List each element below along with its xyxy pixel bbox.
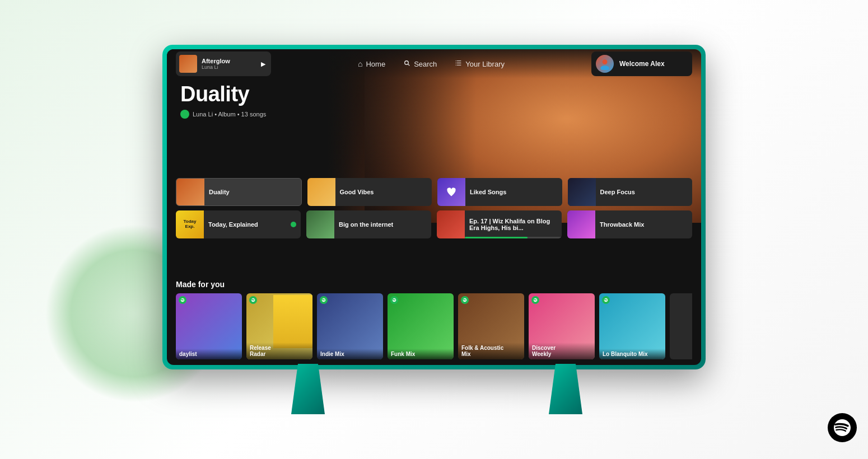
card-label-funk: Funk Mix xyxy=(388,349,454,359)
quick-label-goodvibes: Good Vibes xyxy=(340,189,428,195)
quick-label-duality: Duality xyxy=(209,189,297,195)
quick-thumb-duality xyxy=(176,178,204,206)
nav-center: ⌂ Home Search xyxy=(271,59,591,68)
quick-item-likedsongs[interactable]: Liked Songs xyxy=(437,178,562,206)
user-avatar xyxy=(596,55,614,73)
hero-text-area: Duality Luna Li • Album • 13 songs xyxy=(180,83,266,119)
quick-thumb-throwback xyxy=(567,210,595,238)
quick-item-wiz[interactable]: Ep. 17 | Wiz Khalifa on Blog Era Highs, … xyxy=(437,210,562,238)
quick-item-duality[interactable]: Duality xyxy=(176,178,302,206)
quick-row-1: Duality Good Vibes Liked Songs xyxy=(176,178,692,206)
quick-item-explained[interactable]: TodayExp. Today, Explained xyxy=(176,210,301,238)
svg-point-2 xyxy=(183,112,187,116)
spotify-logo xyxy=(828,413,857,442)
tv-stand-left xyxy=(291,364,325,414)
hero-album-title: Duality xyxy=(180,83,266,106)
svg-point-0 xyxy=(603,59,608,64)
tv-bezel: Afterglow Luna Li ▶ ⌂ Home xyxy=(162,45,706,369)
quick-thumb-wiz xyxy=(437,210,465,238)
episode-progress-bar xyxy=(465,237,562,238)
card-loblanquito[interactable]: Lo Blanquito Mix xyxy=(599,293,665,359)
made-for-you-section: Made for you daylist xyxy=(167,280,701,365)
quick-thumb-likedsongs xyxy=(437,178,465,206)
hero-meta: Luna Li • Album • 13 songs xyxy=(180,110,266,119)
quick-access-grid: Duality Good Vibes Liked Songs xyxy=(176,178,692,243)
card-funk[interactable]: Funk Mix xyxy=(388,293,454,359)
quick-label-throwback: Throwback Mix xyxy=(600,221,688,228)
spotify-dot-indie xyxy=(320,296,328,304)
spotify-dot-folk xyxy=(461,296,469,304)
card-label-release: ReleaseRadar xyxy=(246,343,312,359)
spotify-dot-daylist xyxy=(179,296,186,304)
library-icon xyxy=(455,59,462,68)
nav-right: Welcome Alex xyxy=(591,51,692,76)
nav-library[interactable]: Your Library xyxy=(455,59,505,68)
now-playing-widget[interactable]: Afterglow Luna Li ▶ xyxy=(176,51,271,76)
nav-library-label: Your Library xyxy=(465,60,505,68)
nav-home[interactable]: ⌂ Home xyxy=(358,59,385,68)
quick-thumb-goodvibes xyxy=(307,178,335,206)
quick-label-wiz: Ep. 17 | Wiz Khalifa on Blog Era Highs, … xyxy=(469,218,557,231)
card-more[interactable]: N xyxy=(670,293,692,359)
quick-item-throwback[interactable]: Throwback Mix xyxy=(567,210,692,238)
card-daylist[interactable]: daylist xyxy=(176,293,242,359)
nav-home-label: Home xyxy=(366,60,385,68)
quick-thumb-deepfocus xyxy=(568,178,596,206)
screen-content: Afterglow Luna Li ▶ ⌂ Home xyxy=(167,49,701,365)
quick-label-deepfocus: Deep Focus xyxy=(600,189,688,195)
card-label-loblanquito: Lo Blanquito Mix xyxy=(599,349,665,359)
quick-label-explained: Today, Explained xyxy=(208,221,286,228)
nav-search[interactable]: Search xyxy=(403,59,437,68)
spotify-dot-discover xyxy=(531,296,539,304)
welcome-text: Welcome Alex xyxy=(619,60,665,68)
home-icon: ⌂ xyxy=(358,59,362,68)
play-button[interactable]: ▶ xyxy=(261,60,265,68)
card-label-discover: DiscoverWeekly xyxy=(529,343,595,359)
quick-thumb-explained: TodayExp. xyxy=(176,210,204,238)
card-release[interactable]: ReleaseRadar xyxy=(246,293,312,359)
welcome-widget[interactable]: Welcome Alex xyxy=(591,51,692,76)
card-discover[interactable]: DiscoverWeekly xyxy=(529,293,595,359)
quick-label-likedsongs: Liked Songs xyxy=(470,189,558,195)
quick-label-biginternet: Big on the internet xyxy=(339,221,427,228)
tv-stand-right xyxy=(549,364,582,414)
spotify-dot-release xyxy=(249,296,257,304)
now-playing-info: Afterglow Luna Li xyxy=(202,58,256,70)
artist-verified-icon xyxy=(180,110,189,119)
quick-item-goodvibes[interactable]: Good Vibes xyxy=(307,178,432,206)
spotify-dot-funk xyxy=(390,296,398,304)
card-indie[interactable]: Indie Mix xyxy=(317,293,383,359)
spotify-dot-loblanquito xyxy=(602,296,610,304)
now-playing-title: Afterglow xyxy=(202,58,256,64)
made-for-you-cards: daylist ReleaseRadar xyxy=(176,293,692,359)
card-folk[interactable]: Folk & AcousticMix xyxy=(458,293,524,359)
hero-meta-text: Luna Li • Album • 13 songs xyxy=(193,111,266,118)
now-playing-artist: Luna Li xyxy=(202,64,256,70)
card-label-folk: Folk & AcousticMix xyxy=(458,343,524,359)
quick-item-biginternet[interactable]: Big on the internet xyxy=(306,210,431,238)
new-episode-badge xyxy=(291,222,296,227)
card-label-indie: Indie Mix xyxy=(317,349,383,359)
now-playing-thumbnail xyxy=(179,55,197,73)
episode-progress-fill xyxy=(465,237,528,238)
section-title-made-for-you: Made for you xyxy=(176,280,692,289)
tv-screen: Afterglow Luna Li ▶ ⌂ Home xyxy=(167,49,701,365)
navbar: Afterglow Luna Li ▶ ⌂ Home xyxy=(167,49,701,78)
tv-frame: Afterglow Luna Li ▶ ⌂ Home xyxy=(162,45,706,414)
search-icon xyxy=(403,59,410,68)
nav-search-label: Search xyxy=(414,60,437,68)
quick-thumb-biginternet xyxy=(306,210,334,238)
svg-point-1 xyxy=(600,65,609,70)
quick-row-2: TodayExp. Today, Explained Big on the in… xyxy=(176,210,692,238)
card-label-daylist: daylist xyxy=(176,349,242,359)
quick-item-deepfocus[interactable]: Deep Focus xyxy=(568,178,693,206)
